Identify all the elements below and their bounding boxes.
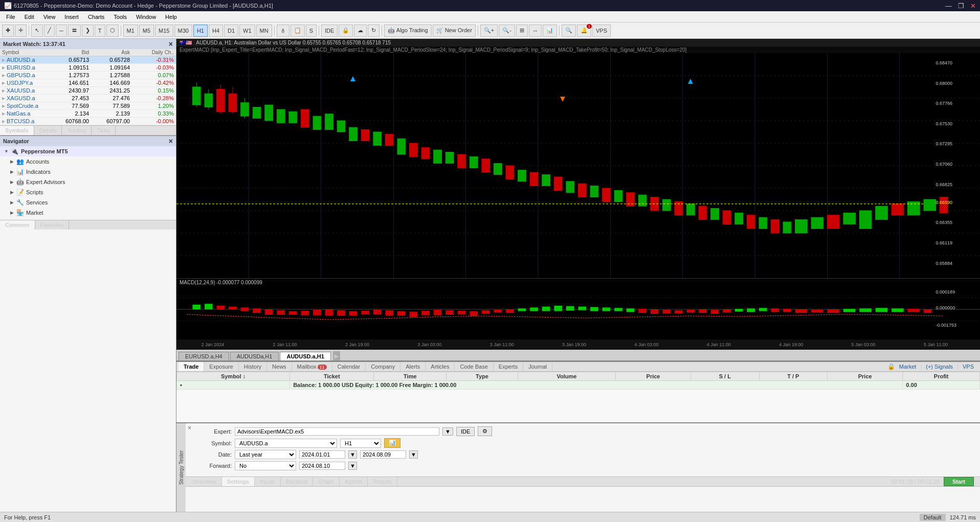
market-watch-close[interactable]: × <box>169 40 173 48</box>
toolbar-new-order[interactable]: 🛒 New Order <box>433 25 476 37</box>
term-tab-trade[interactable]: Trade <box>179 362 204 371</box>
toolbar-indicators[interactable]: 📊 <box>543 25 557 37</box>
term-tab-alerts[interactable]: Alerts <box>400 362 426 371</box>
toolbar-h4[interactable]: H4 <box>209 25 223 37</box>
toolbar-w1[interactable]: W1 <box>239 25 255 37</box>
title-bar-controls[interactable]: — ❐ ✕ <box>945 2 976 10</box>
mw-tab-ticks[interactable]: Ticks <box>92 126 115 135</box>
expert-input[interactable] <box>235 427 439 436</box>
menu-view[interactable]: View <box>39 13 60 21</box>
date-preset-select[interactable]: Last year <box>235 450 296 459</box>
toolbar-hline[interactable]: ─ <box>56 25 67 37</box>
toolbar-crosshair[interactable]: ✛ <box>15 25 27 37</box>
col-price2-header[interactable]: Price <box>828 372 903 381</box>
term-tab-calendar[interactable]: Calendar <box>332 362 366 371</box>
col-symbol-header[interactable]: Symbol ↕ <box>177 372 290 381</box>
mw-row-gbpusd[interactable]: GBPUSD.a 1.27573 1.27588 0.07% <box>0 72 176 79</box>
forward-select[interactable]: No <box>235 461 296 470</box>
toolbar-ide[interactable]: IDE <box>321 25 338 37</box>
term-tab-experts[interactable]: Experts <box>494 362 523 371</box>
toolbar-cursor[interactable]: ↖ <box>31 25 43 37</box>
col-type-header[interactable]: Type <box>447 372 518 381</box>
strat-tab-agents[interactable]: Agents <box>340 477 368 486</box>
toolbar-vps[interactable]: VPS <box>592 25 611 37</box>
term-tab-history[interactable]: History <box>239 362 267 371</box>
term-tab-journal[interactable]: Journal <box>523 362 552 371</box>
date-from-calendar-btn[interactable]: ▼ <box>348 450 357 459</box>
mw-row-btcusd[interactable]: BTCUSD.a 60768.00 60797.00 -0.00% <box>0 118 176 125</box>
menu-charts[interactable]: Charts <box>84 13 108 21</box>
toolbar-auto-scroll[interactable]: ↔ <box>529 25 542 37</box>
toolbar-notifications[interactable]: 🔔1 <box>577 25 591 37</box>
toolbar-zoom-out[interactable]: 🔍- <box>499 25 515 37</box>
toolbar-h1[interactable]: H1 <box>193 25 208 37</box>
nav-pepperstone[interactable]: ▼ 🔌 Pepperstone MT5 <box>0 146 176 156</box>
strat-tab-settings[interactable]: Settings <box>222 477 255 486</box>
toolbar-fib[interactable]: ❯ <box>82 25 94 37</box>
strat-tab-overview[interactable]: Overview <box>188 477 222 486</box>
toolbar-m15[interactable]: M15 <box>155 25 173 37</box>
toolbar-grid[interactable]: ⊞ <box>516 25 528 37</box>
menu-insert[interactable]: Insert <box>60 13 83 21</box>
minimize-btn[interactable]: — <box>945 2 952 10</box>
menu-window[interactable]: Window <box>132 13 160 21</box>
menu-file[interactable]: File <box>2 13 19 21</box>
term-tab-company[interactable]: Company <box>366 362 400 371</box>
toolbar-search[interactable]: 🔍 <box>562 25 576 37</box>
date-to-input[interactable] <box>360 450 406 459</box>
main-chart[interactable]: 0.68470 0.68000 0.67766 0.67530 0.67295 … <box>176 53 980 278</box>
nav-tab-common[interactable]: Common <box>0 220 35 230</box>
term-tab-articles[interactable]: Articles <box>426 362 455 371</box>
date-from-input[interactable] <box>299 450 345 459</box>
strategy-close-btn[interactable]: × <box>188 424 191 432</box>
term-tab-codebase[interactable]: Code Base <box>455 362 493 371</box>
term-market-btn[interactable]: Market <box>899 364 917 370</box>
toolbar-cloud[interactable]: ☁ <box>354 25 367 37</box>
start-button[interactable]: Start <box>944 477 974 486</box>
nav-services[interactable]: ▶ 🔧 Services <box>0 197 176 208</box>
symbol-select[interactable]: AUDUSD.a <box>235 439 337 448</box>
toolbar-line[interactable]: ╱ <box>44 25 55 37</box>
strat-tab-graph[interactable]: Graph <box>313 477 340 486</box>
term-signals-btn[interactable]: (+) Signals <box>926 364 953 370</box>
chart-tab-audusd-h1-2[interactable]: AUDUSDa,H1 <box>230 352 279 360</box>
term-vps-btn[interactable]: VPS <box>963 364 974 370</box>
mw-row-audusd[interactable]: AUDUSD.a 0.65713 0.65728 -0.31% <box>0 56 176 64</box>
col-volume-header[interactable]: Volume <box>518 372 615 381</box>
timeframe-select[interactable]: H1 <box>340 439 381 448</box>
toolbar-refresh[interactable]: ↻ <box>368 25 380 37</box>
close-btn[interactable]: ✕ <box>970 2 976 10</box>
nav-market[interactable]: ▶ 🏪 Market <box>0 208 176 218</box>
nav-indicators[interactable]: ▶ 📊 Indicators <box>0 167 176 177</box>
toolbar-text[interactable]: T <box>95 25 105 37</box>
ide-btn[interactable]: IDE <box>456 427 475 436</box>
term-tab-exposure[interactable]: Exposure <box>204 362 238 371</box>
mw-row-xagusd[interactable]: XAGUSD.a 27.453 27.476 -0.28% <box>0 95 176 102</box>
symbol-chart-btn[interactable]: 📊 <box>384 438 400 448</box>
forward-date-input[interactable] <box>299 462 345 470</box>
chart-tab-eurusd[interactable]: EURUSD.a,H4 <box>179 352 229 360</box>
toolbar-shapes[interactable]: ⬡ <box>106 25 119 37</box>
toolbar-chart-type[interactable]: 🕯 <box>277 25 289 37</box>
restore-btn[interactable]: ❐ <box>958 2 964 10</box>
mw-row-spotcrude[interactable]: SpotCrude.a 77.569 77.589 1.20% <box>0 102 176 110</box>
toolbar-m30[interactable]: M30 <box>174 25 192 37</box>
nav-scripts[interactable]: ▶ 📝 Scripts <box>0 187 176 197</box>
chart-tabs-scroll[interactable]: ▶ <box>333 351 340 360</box>
toolbar-signals[interactable]: S <box>306 25 317 37</box>
nav-accounts[interactable]: ▶ 👥 Accounts <box>0 156 176 167</box>
toolbar-algo[interactable]: 🤖 Algo Trading <box>384 25 431 37</box>
col-profit-header[interactable]: Profit <box>903 372 980 381</box>
toolbar-zoom-in[interactable]: 🔍+ <box>480 25 498 37</box>
expert-dropdown-btn[interactable]: ▼ <box>442 427 453 436</box>
mw-row-natgas[interactable]: NatGas.a 2.134 2.139 0.33% <box>0 110 176 118</box>
col-tp-header[interactable]: T / P <box>759 372 827 381</box>
mw-tab-trading[interactable]: Trading <box>62 126 92 135</box>
toolbar-d1[interactable]: D1 <box>224 25 238 37</box>
col-price-header[interactable]: Price <box>616 372 691 381</box>
mw-row-xauusd[interactable]: XAUUSD.a 2430.97 2431.25 0.15% <box>0 87 176 95</box>
nav-tab-favorites[interactable]: Favorites <box>35 220 69 230</box>
toolbar-template[interactable]: 📋 <box>291 25 305 37</box>
toolbar-m5[interactable]: M5 <box>139 25 154 37</box>
strat-tab-results[interactable]: Results <box>368 477 397 486</box>
